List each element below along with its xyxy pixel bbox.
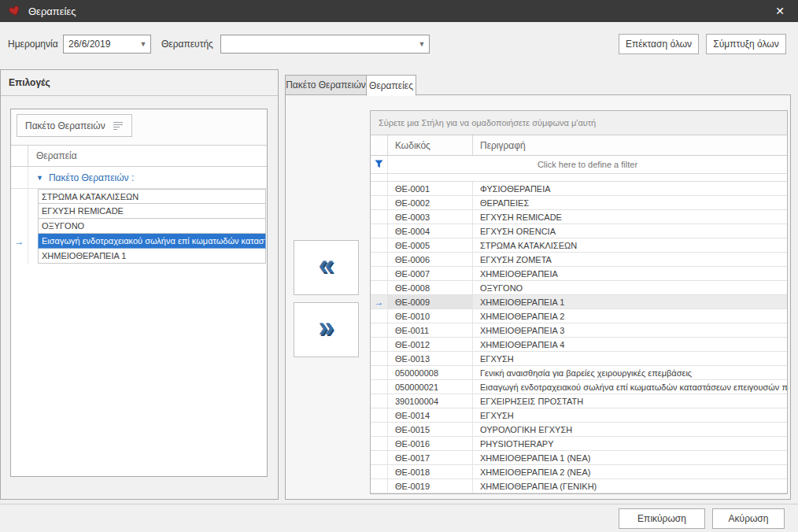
table-row[interactable]: 390100004ΕΓΧΕΙΡΗΣΕΙΣ ΠΡΟΣΤΑΤΗ — [371, 394, 787, 408]
table-row[interactable]: ΘΕ-0019ΧΗΜΕΙΟΘΕΡΑΠΕΙΑ (ΓΕΝΙΚΗ) — [371, 479, 787, 493]
description-cell[interactable]: PHYSIOTHERAPY — [473, 437, 787, 450]
description-cell[interactable]: ΟΞΥΓΟΝΟ — [473, 281, 787, 294]
therapy-cell[interactable]: Εισαγωγή ενδοτραχειακού σωλήνα επί κωματ… — [38, 234, 266, 249]
description-cell[interactable]: ΕΓΧΥΣΗ — [473, 408, 787, 422]
therapy-cell[interactable]: ΕΓΧΥΣΗ REMICADE — [38, 204, 266, 219]
table-row[interactable]: ΘΕ-0006ΕΓΧΥΣΗ ΖΟΜΕΤΑ — [371, 253, 787, 267]
code-cell[interactable]: ΘΕ-0003 — [388, 210, 473, 224]
tab-therapies[interactable]: Θεραπείες — [366, 75, 416, 96]
table-row[interactable]: ΘΕ-0013ΕΓΧΥΣΗ — [371, 352, 787, 366]
description-cell[interactable]: ΧΗΜΕΙΟΘΕΡΑΠΕΙΑ 2 (ΝΕΑ) — [473, 465, 787, 478]
table-row[interactable]: ΘΕ-0016PHYSIOTHERAPY — [371, 437, 787, 451]
description-cell[interactable]: ΧΗΜΕΙΟΘΕΡΑΠΕΙΑ 1 (ΝΕΑ) — [473, 451, 787, 464]
code-column-header[interactable]: Κωδικός — [388, 135, 473, 154]
code-cell[interactable]: ΘΕ-0006 — [388, 253, 473, 266]
description-cell[interactable]: ΧΗΜΕΙΟΘΕΡΑΠΕΙΑ 1 — [473, 295, 787, 308]
table-row[interactable]: ΘΕ-0003ΕΓΧΥΣΗ REMICADE — [371, 210, 787, 224]
description-cell[interactable]: ΧΗΜΕΙΟΘΕΡΑΠΕΙΑ 2 — [473, 309, 787, 323]
filter-hint[interactable]: Click here to define a filter — [388, 156, 787, 173]
tab-package-therapies[interactable]: Πακέτο Θεραπειών — [285, 75, 367, 95]
code-cell[interactable]: ΘΕ-0007 — [388, 267, 473, 280]
description-cell[interactable]: ΕΓΧΕΙΡΗΣΕΙΣ ΠΡΟΣΤΑΤΗ — [473, 394, 787, 408]
description-column-header[interactable]: Περιγραφή — [473, 135, 787, 154]
code-cell[interactable]: ΘΕ-0019 — [388, 479, 473, 493]
description-cell[interactable]: ΧΗΜΕΙΟΘΕΡΑΠΕΙΑ — [473, 267, 787, 280]
code-cell[interactable]: ΘΕ-0004 — [388, 224, 473, 238]
table-row[interactable]: ΘΕ-0002ΘΕΡΑΠΕΙΕΣ — [371, 196, 787, 210]
filter-icon-cell[interactable] — [371, 156, 388, 173]
dropdown-arrow-icon[interactable]: ▼ — [415, 40, 429, 48]
description-cell[interactable]: ΟΥΡΟΛΟΓΙΚΗ ΕΓΧΥΣΗ — [473, 423, 787, 436]
code-cell[interactable]: ΘΕ-0016 — [388, 437, 473, 450]
expand-all-button[interactable]: Επέκταση όλων — [619, 34, 699, 54]
confirm-button[interactable]: Επικύρωση — [619, 508, 705, 529]
table-row[interactable]: ΘΕ-0011ΧΗΜΕΙΟΘΕΡΑΠΕΙΑ 3 — [371, 323, 787, 338]
code-cell[interactable]: 390100004 — [388, 394, 473, 408]
table-row[interactable]: ΘΕ-0005ΣΤΡΩΜΑ ΚΑΤΑΚΛΙΣΕΩΝ — [371, 238, 787, 253]
group-by-panel[interactable]: Σύρετε μια Στήλη για να ομαδοποιήσετε σύ… — [371, 111, 787, 135]
cancel-button[interactable]: Ακύρωση — [712, 508, 785, 529]
group-column-button[interactable]: Πακέτο Θεραπειών — [17, 114, 132, 137]
table-row[interactable]: ΘΕ-0014ΕΓΧΥΣΗ — [371, 408, 787, 423]
code-cell[interactable]: ΘΕ-0010 — [388, 309, 473, 323]
code-cell[interactable]: ΘΕ-0018 — [388, 465, 473, 478]
table-row[interactable]: ΘΕ-0007ΧΗΜΕΙΟΘΕΡΑΠΕΙΑ — [371, 267, 787, 281]
description-cell[interactable]: ΕΓΧΥΣΗ ORENCIA — [473, 224, 787, 238]
code-cell[interactable]: ΘΕ-0017 — [388, 451, 473, 464]
code-cell[interactable]: ΘΕ-0011 — [388, 323, 473, 337]
close-icon[interactable]: ✕ — [770, 5, 790, 17]
list-item[interactable]: ΕΓΧΥΣΗ REMICADE — [11, 204, 267, 219]
description-cell[interactable]: ΕΓΧΥΣΗ REMICADE — [473, 210, 787, 224]
code-cell[interactable]: 050000021 — [388, 380, 473, 393]
table-row[interactable]: ΘΕ-0018ΧΗΜΕΙΟΘΕΡΑΠΕΙΑ 2 (ΝΕΑ) — [371, 465, 787, 479]
code-cell[interactable]: ΘΕ-0008 — [388, 281, 473, 294]
filter-row[interactable]: Click here to define a filter — [371, 156, 787, 174]
table-row[interactable]: ΘΕ-0001ΦΥΣΙΟΘΕΡΑΠΕΙΑ — [371, 182, 787, 196]
description-cell[interactable]: ΘΕΡΑΠΕΙΕΣ — [473, 196, 787, 209]
therapist-combobox[interactable]: ▼ — [220, 35, 430, 54]
date-picker[interactable]: 26/6/2019 ▼ — [63, 35, 151, 54]
code-cell[interactable]: ΘΕ-0013 — [388, 352, 473, 365]
code-cell[interactable]: ΘΕ-0014 — [388, 408, 473, 422]
table-row[interactable]: 050000008Γενική αναισθησία για βαρείες χ… — [371, 366, 787, 380]
therapy-column-header[interactable]: Θεραπεία — [28, 146, 267, 166]
table-row[interactable]: ΘΕ-0004ΕΓΧΥΣΗ ORENCIA — [371, 224, 787, 238]
filter-funnel-icon — [375, 160, 383, 168]
description-cell[interactable]: Γενική αναισθησία για βαρείες χειρουργικ… — [473, 366, 787, 379]
collapse-all-button[interactable]: Σύμπτυξη όλων — [706, 34, 786, 54]
code-cell[interactable]: ΘΕ-0015 — [388, 423, 473, 436]
description-cell[interactable]: ΧΗΜΕΙΟΘΕΡΑΠΕΙΑ (ΓΕΝΙΚΗ) — [473, 479, 787, 493]
table-row[interactable]: ΘΕ-0012ΧΗΜΕΙΟΘΕΡΑΠΕΙΑ 4 — [371, 338, 787, 352]
list-item[interactable]: ΣΤΡΩΜΑ ΚΑΤΑΚΛΙΣΕΩΝ — [11, 189, 267, 204]
description-cell[interactable]: ΕΓΧΥΣΗ ΖΟΜΕΤΑ — [473, 253, 787, 266]
list-item[interactable]: →Εισαγωγή ενδοτραχειακού σωλήνα επί κωμα… — [11, 234, 267, 249]
description-cell[interactable]: ΣΤΡΩΜΑ ΚΑΤΑΚΛΙΣΕΩΝ — [473, 238, 787, 252]
code-cell[interactable]: ΘΕ-0012 — [388, 338, 473, 351]
table-row[interactable]: →ΘΕ-0009ΧΗΜΕΙΟΘΕΡΑΠΕΙΑ 1 — [371, 295, 787, 309]
table-row[interactable]: ΘΕ-0008ΟΞΥΓΟΝΟ — [371, 281, 787, 295]
description-cell[interactable]: ΧΗΜΕΙΟΘΕΡΑΠΕΙΑ 4 — [473, 338, 787, 351]
group-row[interactable]: ▼ Πακέτο Θεραπειών : — [11, 167, 267, 189]
description-cell[interactable]: ΦΥΣΙΟΘΕΡΑΠΕΙΑ — [473, 182, 787, 195]
table-row[interactable]: 050000021Εισαγωγή ενδοτραχειακού σωλήνα … — [371, 380, 787, 394]
table-row[interactable]: ΘΕ-0015ΟΥΡΟΛΟΓΙΚΗ ΕΓΧΥΣΗ — [371, 423, 787, 437]
move-left-button[interactable]: « — [294, 240, 359, 295]
code-cell[interactable]: 050000008 — [388, 366, 473, 379]
list-item[interactable]: ΟΞΥΓΟΝΟ — [11, 219, 267, 234]
therapy-cell[interactable]: ΧΗΜΕΙΟΘΕΡΑΠΕΙΑ 1 — [38, 249, 266, 264]
table-row[interactable]: ΘΕ-0010ΧΗΜΕΙΟΘΕΡΑΠΕΙΑ 2 — [371, 309, 787, 323]
description-cell[interactable]: Εισαγωγή ενδοτραχειακού σωλήνα επί κωματ… — [473, 380, 787, 393]
dropdown-arrow-icon[interactable]: ▼ — [136, 40, 150, 48]
list-item[interactable]: ΧΗΜΕΙΟΘΕΡΑΠΕΙΑ 1 — [11, 249, 267, 264]
description-cell[interactable]: ΧΗΜΕΙΟΘΕΡΑΠΕΙΑ 3 — [473, 323, 787, 337]
therapy-cell[interactable]: ΣΤΡΩΜΑ ΚΑΤΑΚΛΙΣΕΩΝ — [38, 189, 266, 204]
move-right-button[interactable]: » — [294, 302, 359, 357]
therapy-cell[interactable]: ΟΞΥΓΟΝΟ — [38, 219, 266, 234]
code-cell[interactable]: ΘΕ-0009 — [388, 295, 473, 308]
group-collapse-icon[interactable]: ▼ — [36, 174, 43, 182]
code-cell[interactable]: ΘΕ-0002 — [388, 196, 473, 209]
table-row[interactable]: ΘΕ-0017ΧΗΜΕΙΟΘΕΡΑΠΕΙΑ 1 (ΝΕΑ) — [371, 451, 787, 465]
description-cell[interactable]: ΕΓΧΥΣΗ — [473, 352, 787, 365]
code-cell[interactable]: ΘΕ-0005 — [388, 238, 473, 252]
code-cell[interactable]: ΘΕ-0001 — [388, 182, 473, 195]
